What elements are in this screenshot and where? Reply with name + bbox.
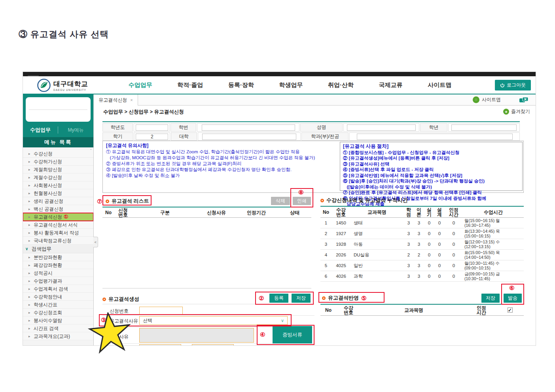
delete-button[interactable]: 삭제: [271, 197, 290, 205]
year-input[interactable]: [136, 124, 168, 131]
sidebar-menu: ∧ ▸수강신청 ▸수강허가신청 ▸계절희망신청: [23, 147, 93, 346]
sidebar-item[interactable]: ▸계절수강신청: [23, 173, 93, 181]
register-button[interactable]: 등록: [269, 294, 288, 303]
table-row[interactable]: 3 1928 아동 3 3 0 0 0 월(12:00~13:15) 수(12:…: [320, 239, 524, 250]
university-logo[interactable]: 대구대학교 DAEGU UNIVERSITY: [37, 79, 88, 92]
sidebar-item[interactable]: ▸성적공시: [23, 269, 93, 277]
table-row[interactable]: 1 1450 생태 3 3 0 0 0 월(15:00~16:15) 월(16:…: [320, 218, 524, 228]
detail-reason-textarea[interactable]: [139, 328, 254, 343]
sidebar-collapse-button[interactable]: <: [93, 237, 98, 247]
creation-title: 유고결석생성: [102, 296, 139, 303]
app-header: 대구대학교 DAEGU UNIVERSITY 수업업무 학적·졸업 등록·장학 …: [23, 76, 536, 94]
attachment-button[interactable]: 증빙서류: [273, 326, 312, 344]
semester-input[interactable]: [136, 134, 168, 140]
tab-absence-application[interactable]: 유고결석신청 ×: [94, 94, 138, 106]
grade-input[interactable]: [451, 124, 517, 131]
notice-precautions: [유고결석 유의사항] ① 유고결석 적용은 대면수업 및 실시간 Zoom 수…: [106, 143, 337, 179]
table-row[interactable]: 6 4026 과학 3 3 0 0 0 금(09:00~10:15) 금(10:…: [320, 271, 524, 282]
chevron-right-icon: ▸: [28, 221, 30, 229]
reason-select[interactable]: 선택 ∨: [139, 316, 288, 325]
section-bullet-icon: [322, 296, 326, 300]
nav-item[interactable]: 국제교류: [379, 81, 403, 89]
sitemap-link[interactable]: ∷ 사이트맵: [473, 96, 501, 103]
sidebar-item[interactable]: ▸수강신청조회: [23, 309, 93, 317]
department-input[interactable]: [357, 134, 513, 140]
sidebar-item[interactable]: ▸봉사 활동계획서 작성: [23, 229, 93, 237]
nav-item[interactable]: 수업업무: [129, 81, 152, 89]
chevron-right-icon: ▸: [28, 237, 30, 245]
sidebar-item[interactable]: ▸사회봉사신청: [23, 181, 93, 189]
sidebar-item[interactable]: ▸생리 공결신청: [23, 197, 93, 205]
section-bullet-icon: [106, 200, 109, 203]
favorite-button[interactable]: ★ 즐겨찾기: [503, 108, 530, 115]
sidebar-item[interactable]: ▸수강허가신청: [23, 158, 93, 166]
table-row[interactable]: 5 4025 일반 3 3 0 0 0 월(10:30~11:45) 수(09:…: [320, 260, 524, 271]
tab-close-icon[interactable]: ×: [130, 98, 133, 102]
sidebar-item[interactable]: ▸수강신청: [23, 150, 93, 158]
nav-item[interactable]: 학적·졸업: [177, 81, 203, 89]
table-row[interactable]: 2 1927 생명 3 3 0 0 0 화(13:30~14:45) 목(15:…: [320, 228, 524, 239]
chevron-right-icon: ▸: [28, 197, 30, 205]
period-start-input[interactable]: ▦: [139, 344, 181, 346]
university-emblem-icon: [37, 79, 51, 92]
sidebar-tab-lecture[interactable]: 수업업무: [23, 126, 58, 134]
sidebar-item[interactable]: ▸백신 공결신청: [23, 205, 93, 213]
nav-item[interactable]: 등록·장학: [228, 81, 254, 89]
nav-item[interactable]: 사이트맵: [428, 81, 451, 89]
sidebar-menu-group-search: ▸분반강좌현황 ▸폐강강좌현황 ▸성적공시 ▸수업평가결과: [23, 253, 93, 340]
table-row[interactable]: 4 2026 DU실용 2 2 0 0 0 화(15:00~15:50) 목(1…: [320, 250, 524, 260]
sidebar-item[interactable]: ▸수업평가결과: [23, 277, 93, 285]
col-recognized-hours: 인정 시간: [467, 305, 496, 315]
col-no: No: [320, 308, 336, 313]
save-button[interactable]: 저장: [292, 294, 311, 303]
sidebar-item[interactable]: ▸봉사이수열람: [23, 317, 93, 324]
print-button[interactable]: 인쇄: [293, 197, 311, 205]
logout-label: 로그아웃: [507, 82, 526, 89]
sidebar-item[interactable]: ▸유고결석신청①: [23, 213, 93, 221]
sidebar-item[interactable]: ▸학생시간표: [23, 301, 93, 309]
sidebar-item[interactable]: ▸유고결석신청서 서식: [23, 221, 93, 229]
chevron-right-icon: ▸: [28, 166, 30, 173]
sidebar-item[interactable]: ▸교과목개요(교과): [23, 332, 93, 340]
col-course-no: 수강 번호: [331, 207, 350, 217]
field-label-name: 성명: [300, 123, 343, 132]
student-no-input[interactable]: [202, 124, 295, 131]
sidebar-item[interactable]: ▸헌혈봉사신청: [23, 189, 93, 197]
field-cell: [134, 123, 170, 132]
sidebar-item[interactable]: ▸분반강좌현황: [23, 253, 93, 261]
sidebar-item[interactable]: ▸국내학점교류신청: [23, 237, 93, 245]
field-label-student-no: 학번: [170, 123, 196, 132]
page: ③ 유고결석 사유 선택 대구대학교 DAEGU UNIVERSITY 수업업: [0, 0, 555, 392]
nav-item[interactable]: 학생업무: [279, 81, 303, 89]
chevron-right-icon: ▸: [28, 229, 30, 237]
col-course-name: 교과목명: [350, 210, 403, 215]
notice-line: ① [종합정보시스템] - 수업업무 - 신청업무 - 유고결석신청: [343, 150, 519, 156]
select-all-checkbox[interactable]: ✓: [508, 307, 513, 313]
sidebar-tab-mymenu[interactable]: My메뉴: [58, 127, 93, 134]
sidebar-item[interactable]: ▸시간표 검색: [23, 324, 93, 332]
chevron-right-icon: ▸: [28, 253, 30, 261]
sidebar-group-search[interactable]: ∨ 검색업무: [23, 245, 93, 253]
sidebar-item[interactable]: ▸수강학점안내: [23, 293, 93, 301]
absence-list-title: 유고결석 리스트: [106, 198, 149, 205]
period-end-input[interactable]: ▦: [192, 344, 234, 346]
apply-no-input[interactable]: [139, 307, 183, 315]
sidebar-item[interactable]: ▸수업계획서 검색: [23, 285, 93, 293]
logout-button[interactable]: 로그아웃: [495, 80, 531, 90]
course-table-body: 1 1450 생태 3 3 0 0 0 월(15:00~16:15) 월(16:…: [320, 218, 524, 282]
student-info-form: 학년도 학번 성명 학년 학기 대학 학과(부)/전공: [102, 121, 520, 141]
notice-line: ⑤ [유고결석반영] 메뉴에서 적용할 교과목 선택(√)후 [저장]: [343, 173, 519, 179]
nav-item[interactable]: 취업·산학: [328, 81, 354, 89]
name-input[interactable]: [347, 124, 416, 131]
sidebar-item[interactable]: ▸폐강강좌현황: [23, 261, 93, 269]
close-all-windows-icon[interactable]: [519, 97, 528, 103]
breadcrumb-row: 수업업무 > 신청업무 > 유고결석신청 ★ 즐겨찾기: [94, 106, 536, 117]
col-reason: 신청사유: [198, 210, 235, 215]
college-input[interactable]: [202, 134, 296, 140]
app-window: 대구대학교 DAEGU UNIVERSITY 수업업무 학적·졸업 등록·장학 …: [23, 72, 536, 346]
sitemap-label: 사이트맵: [482, 96, 501, 103]
send-button[interactable]: 발송: [504, 294, 522, 303]
col-no: No: [102, 210, 114, 215]
apply-save-button[interactable]: 저장: [481, 294, 500, 303]
sidebar-item[interactable]: ▸계절희망신청: [23, 166, 93, 173]
